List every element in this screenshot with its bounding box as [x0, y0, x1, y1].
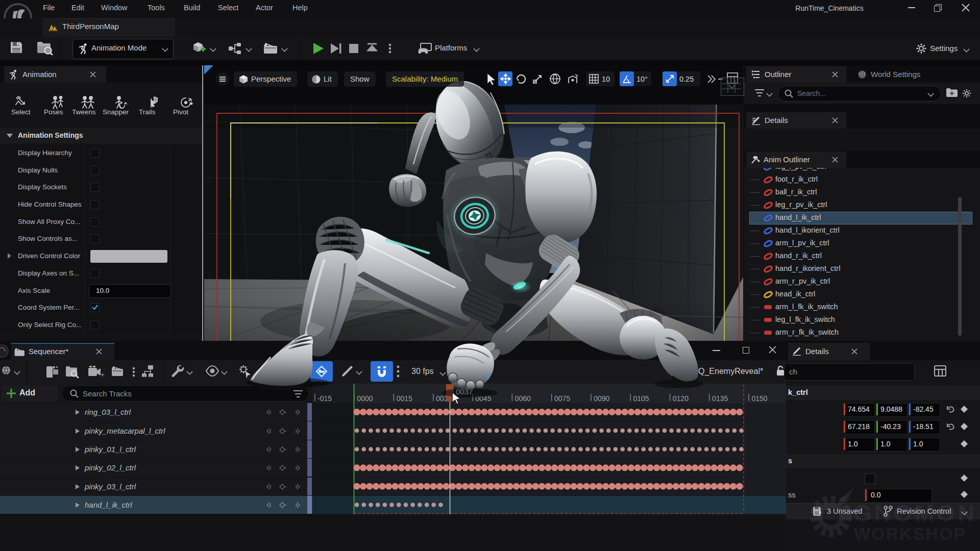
svg-text:GNOMON: GNOMON	[853, 500, 977, 527]
svg-text:*: *	[52, 365, 55, 373]
svg-text:WORKSHOP: WORKSHOP	[854, 524, 966, 543]
svg-text:+: +	[101, 371, 105, 379]
svg-text:0150: 0150	[751, 394, 767, 403]
svg-text:THE: THE	[841, 495, 848, 508]
